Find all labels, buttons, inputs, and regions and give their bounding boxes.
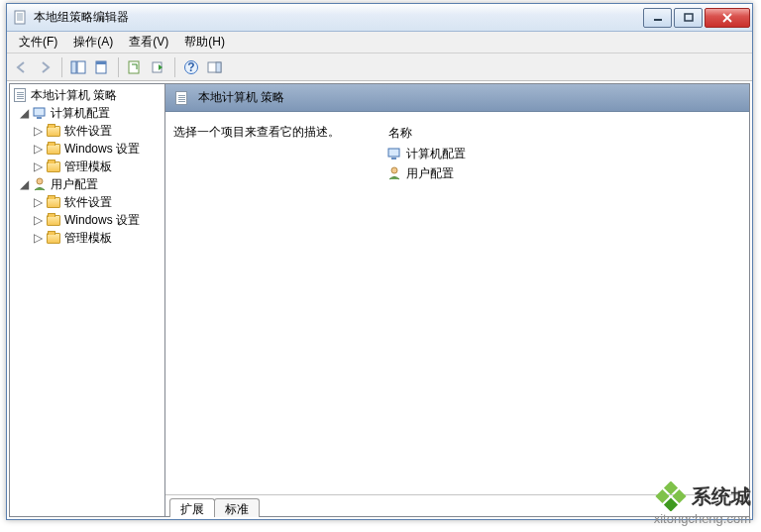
folder-icon bbox=[46, 141, 61, 157]
back-button[interactable] bbox=[11, 56, 33, 78]
window-controls bbox=[641, 8, 750, 28]
menu-view[interactable]: 查看(V) bbox=[121, 32, 176, 53]
tree-user-windows[interactable]: ▷ Windows 设置 bbox=[10, 211, 164, 229]
folder-icon bbox=[46, 194, 61, 210]
svg-rect-10 bbox=[77, 61, 85, 73]
menu-help[interactable]: 帮助(H) bbox=[176, 32, 233, 53]
collapse-icon[interactable]: ◢ bbox=[18, 107, 30, 119]
folder-icon bbox=[46, 230, 61, 246]
title-bar[interactable]: 本地组策略编辑器 bbox=[7, 4, 752, 32]
tree-computer-config[interactable]: ◢ 计算机配置 bbox=[10, 104, 164, 122]
column-header-name[interactable]: 名称 bbox=[384, 124, 741, 144]
minimize-button[interactable] bbox=[643, 8, 672, 28]
expand-icon[interactable]: ▷ bbox=[32, 196, 44, 208]
export-button[interactable] bbox=[148, 56, 169, 78]
menu-bar: 文件(F) 操作(A) 查看(V) 帮助(H) bbox=[7, 32, 752, 53]
forward-button[interactable] bbox=[35, 56, 56, 78]
app-window: 本地组策略编辑器 文件(F) 操作(A) 查看(V) 帮助(H) ? bbox=[6, 3, 753, 520]
list-item-computer-config[interactable]: 计算机配置 bbox=[384, 144, 741, 163]
detail-pane: 本地计算机 策略 选择一个项目来查看它的描述。 名称 计算机配置 用户配置 bbox=[165, 83, 750, 517]
tree-label: 计算机配置 bbox=[51, 105, 110, 122]
description-panel: 选择一个项目来查看它的描述。 bbox=[173, 124, 377, 512]
svg-rect-23 bbox=[391, 158, 396, 160]
tree-label: Windows 设置 bbox=[64, 212, 140, 229]
tree-user-templates[interactable]: ▷ 管理模板 bbox=[10, 229, 164, 247]
toolbar-separator bbox=[118, 57, 119, 77]
properties-button[interactable] bbox=[91, 56, 113, 78]
user-icon bbox=[32, 176, 48, 192]
list-item-label: 计算机配置 bbox=[406, 146, 466, 162]
tree-label: 软件设置 bbox=[64, 123, 112, 140]
tree-label: 管理模板 bbox=[64, 230, 112, 247]
list-panel: 名称 计算机配置 用户配置 bbox=[384, 124, 741, 512]
svg-text:?: ? bbox=[187, 60, 194, 74]
column-label: 名称 bbox=[388, 125, 412, 142]
watermark: 系统城 xitongcheng.com bbox=[654, 481, 751, 526]
document-icon bbox=[12, 87, 28, 103]
folder-icon bbox=[46, 123, 61, 139]
expand-icon[interactable]: ▷ bbox=[32, 214, 44, 226]
tree-user-config[interactable]: ◢ 用户配置 bbox=[10, 175, 164, 193]
maximize-button[interactable] bbox=[674, 8, 703, 28]
toolbar-separator bbox=[61, 57, 62, 77]
svg-rect-12 bbox=[96, 61, 106, 64]
svg-rect-22 bbox=[388, 149, 399, 157]
svg-rect-18 bbox=[216, 62, 221, 72]
tree-user-software[interactable]: ▷ 软件设置 bbox=[10, 193, 164, 211]
show-hide-action-pane-button[interactable] bbox=[204, 56, 226, 78]
computer-icon bbox=[32, 105, 48, 121]
detail-header-title: 本地计算机 策略 bbox=[198, 89, 284, 106]
user-icon bbox=[386, 165, 402, 181]
tab-standard[interactable]: 标准 bbox=[214, 498, 260, 517]
list-item-label: 用户配置 bbox=[406, 165, 454, 182]
detail-body: 选择一个项目来查看它的描述。 名称 计算机配置 用户配置 bbox=[165, 112, 749, 516]
tree-label: 软件设置 bbox=[64, 194, 112, 211]
expand-icon[interactable]: ▷ bbox=[32, 232, 44, 244]
watermark-url: xitongcheng.com bbox=[654, 511, 751, 526]
expand-icon[interactable]: ▷ bbox=[32, 125, 44, 137]
tree-computer-templates[interactable]: ▷ 管理模板 bbox=[10, 158, 164, 175]
svg-rect-9 bbox=[71, 61, 76, 73]
expand-icon[interactable]: ▷ bbox=[32, 143, 44, 155]
tree-root[interactable]: 本地计算机 策略 bbox=[10, 86, 164, 104]
svg-rect-20 bbox=[37, 117, 42, 119]
detail-header: 本地计算机 策略 bbox=[165, 84, 749, 112]
description-hint: 选择一个项目来查看它的描述。 bbox=[173, 125, 340, 139]
tree-label: Windows 设置 bbox=[64, 141, 140, 158]
toolbar: ? bbox=[7, 53, 752, 81]
show-hide-tree-button[interactable] bbox=[67, 56, 89, 78]
folder-icon bbox=[46, 212, 61, 228]
document-icon bbox=[173, 90, 189, 106]
client-area: 本地计算机 策略 ◢ 计算机配置 ▷ 软件设置 ▷ Windows 设置 ▷ 管… bbox=[7, 81, 752, 519]
tree-computer-windows[interactable]: ▷ Windows 设置 bbox=[10, 140, 164, 158]
tab-label: 扩展 bbox=[180, 502, 204, 516]
svg-rect-6 bbox=[685, 14, 693, 21]
app-icon bbox=[13, 10, 29, 26]
folder-icon bbox=[46, 159, 61, 174]
close-button[interactable] bbox=[705, 8, 750, 28]
tree-root-label: 本地计算机 策略 bbox=[31, 87, 117, 104]
list-item-user-config[interactable]: 用户配置 bbox=[384, 163, 741, 183]
expand-icon[interactable]: ▷ bbox=[32, 160, 44, 172]
toolbar-separator bbox=[174, 57, 175, 77]
menu-action[interactable]: 操作(A) bbox=[65, 32, 121, 53]
window-title: 本地组策略编辑器 bbox=[34, 9, 641, 26]
computer-icon bbox=[386, 146, 402, 161]
tree-label: 用户配置 bbox=[51, 176, 98, 193]
menu-file[interactable]: 文件(F) bbox=[11, 32, 65, 53]
tab-label: 标准 bbox=[225, 502, 249, 516]
svg-point-24 bbox=[391, 167, 397, 173]
watermark-brand: 系统城 bbox=[692, 483, 751, 510]
help-button[interactable]: ? bbox=[180, 56, 202, 78]
collapse-icon[interactable]: ◢ bbox=[18, 178, 30, 190]
svg-rect-19 bbox=[34, 108, 45, 116]
tree-label: 管理模板 bbox=[64, 159, 112, 175]
watermark-logo-icon bbox=[654, 481, 688, 511]
svg-point-21 bbox=[37, 178, 43, 184]
tree-computer-software[interactable]: ▷ 软件设置 bbox=[10, 122, 164, 140]
tree-view[interactable]: 本地计算机 策略 ◢ 计算机配置 ▷ 软件设置 ▷ Windows 设置 ▷ 管… bbox=[9, 83, 165, 517]
refresh-button[interactable] bbox=[124, 56, 146, 78]
tab-extended[interactable]: 扩展 bbox=[169, 498, 215, 517]
